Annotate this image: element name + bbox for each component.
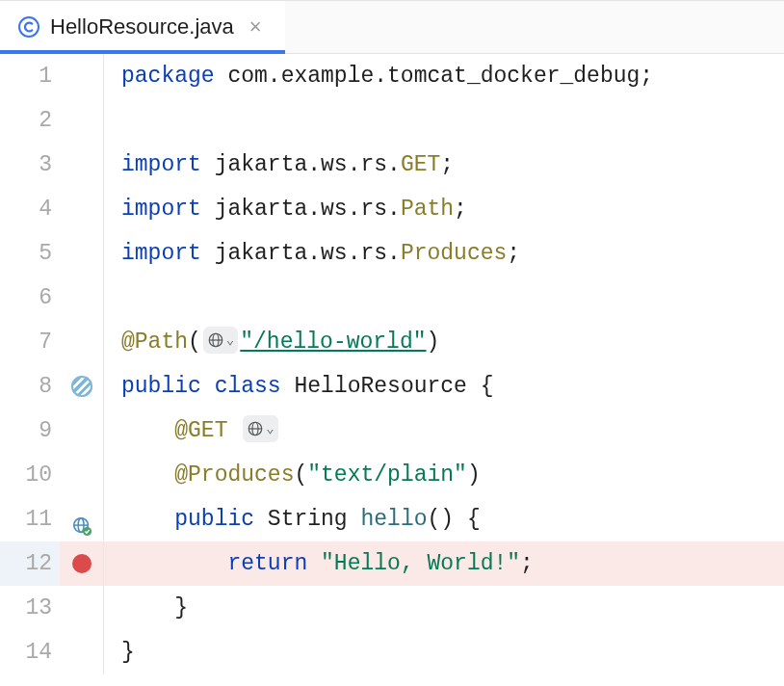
rbrace: } — [121, 630, 135, 674]
code-text[interactable]: public String hello() { — [104, 497, 481, 541]
inherited-icon[interactable] — [71, 376, 92, 397]
gutter-cell[interactable] — [60, 497, 104, 541]
lbrace: { — [467, 497, 481, 541]
line-number: 14 — [0, 630, 60, 674]
path-string: "/hello-world" — [240, 320, 426, 364]
semicolon: ; — [507, 231, 520, 276]
chevron-down-icon: ⌄ — [226, 318, 234, 362]
code-text[interactable]: } — [104, 586, 188, 630]
line-number: 2 — [0, 98, 60, 143]
code-text[interactable]: @GET ⌄ — [104, 409, 280, 453]
code-line[interactable]: 5 import jakarta.ws.rs.Produces; — [0, 231, 784, 276]
gutter-cell[interactable] — [60, 231, 104, 276]
paren-pair: () — [428, 497, 455, 541]
editor[interactable]: 1 package com.example.tomcat_docker_debu… — [0, 54, 784, 686]
line-number: 5 — [0, 231, 60, 276]
rbrace: } — [174, 586, 188, 630]
kw-package: package — [121, 54, 215, 98]
lbrace: { — [481, 364, 494, 409]
code-line[interactable]: 9 @GET ⌄ — [0, 409, 784, 453]
code-text[interactable]: public class HelloResource { — [104, 364, 494, 409]
code-text[interactable]: @Produces("text/plain") — [104, 453, 481, 497]
gutter-cell[interactable] — [60, 187, 104, 231]
gutter-cell[interactable] — [60, 409, 104, 453]
lparen: ( — [188, 320, 201, 364]
tab-filename: HelloResource.java — [50, 14, 234, 40]
kw-return: return — [227, 541, 307, 586]
line-number: 12 — [0, 541, 60, 586]
gutter-cell[interactable] — [60, 453, 104, 497]
type-path: Path — [401, 187, 454, 231]
code-line[interactable]: 11 public String hello() { — [0, 497, 784, 541]
code-text[interactable]: } — [104, 630, 135, 674]
code-line[interactable]: 1 package com.example.tomcat_docker_debu… — [0, 54, 784, 98]
line-number: 3 — [0, 143, 60, 187]
ret-type: String — [268, 497, 348, 541]
import-base: jakarta.ws.rs. — [215, 143, 401, 187]
rparen: ) — [467, 453, 481, 497]
code-line[interactable]: 10 @Produces("text/plain") — [0, 453, 784, 497]
line-number: 7 — [0, 320, 60, 364]
gutter-cell[interactable] — [60, 630, 104, 674]
code-rows: 1 package com.example.tomcat_docker_debu… — [0, 54, 784, 686]
code-line[interactable]: 7 @Path( ⌄ "/hello-world") — [0, 320, 784, 364]
url-globe-chip[interactable]: ⌄ — [203, 327, 238, 354]
kw-import: import — [121, 187, 201, 231]
code-text[interactable]: @Path( ⌄ "/hello-world") — [104, 320, 439, 364]
ann-get: @GET — [174, 409, 227, 453]
globe-icon — [207, 331, 224, 349]
code-line[interactable]: 14 } — [0, 630, 784, 674]
ann-produces: @Produces — [174, 453, 294, 497]
globe-icon — [247, 420, 264, 437]
endpoint-icon[interactable] — [71, 509, 92, 530]
url-globe-chip[interactable]: ⌄ — [243, 415, 277, 442]
gutter-cell[interactable] — [60, 54, 104, 98]
code-text[interactable]: return "Hello, World!"; — [104, 541, 534, 586]
code-text[interactable]: import jakarta.ws.rs.Produces; — [104, 231, 520, 276]
code-line[interactable]: 8 public class HelloResource { — [0, 364, 784, 409]
code-line[interactable]: 3 import jakarta.ws.rs.GET; — [0, 143, 784, 187]
java-class-icon — [17, 15, 40, 39]
kw-public: public — [174, 497, 254, 541]
gutter-cell[interactable] — [60, 586, 104, 630]
kw-class: class — [215, 364, 281, 409]
line-number: 13 — [0, 586, 60, 630]
import-base: jakarta.ws.rs. — [215, 231, 401, 276]
line-number: 6 — [0, 276, 60, 320]
line-number: 1 — [0, 54, 60, 98]
gutter-cell[interactable] — [60, 364, 104, 409]
line-number: 10 — [0, 453, 60, 497]
code-line[interactable]: 13 } — [0, 586, 784, 630]
tab-helloresource[interactable]: HelloResource.java × — [0, 1, 285, 53]
import-base: jakarta.ws.rs. — [215, 187, 401, 231]
code-text[interactable]: package com.example.tomcat_docker_debug; — [104, 54, 653, 98]
gutter-cell[interactable] — [60, 98, 104, 143]
svg-point-0 — [19, 17, 39, 37]
gutter-cell[interactable] — [60, 541, 104, 586]
semicolon: ; — [640, 54, 653, 98]
line-number: 9 — [0, 409, 60, 453]
semicolon: ; — [520, 541, 534, 586]
kw-import: import — [121, 231, 201, 276]
code-text[interactable] — [104, 98, 121, 143]
gutter-cell[interactable] — [60, 143, 104, 187]
type-get: GET — [401, 143, 440, 187]
return-string: "Hello, World!" — [321, 541, 520, 586]
code-text[interactable]: import jakarta.ws.rs.GET; — [104, 143, 454, 187]
kw-import: import — [121, 143, 201, 187]
tabbar: HelloResource.java × — [0, 0, 784, 54]
code-text[interactable] — [104, 276, 121, 320]
code-line[interactable]: 6 — [0, 276, 784, 320]
ann-path: @Path — [121, 320, 188, 364]
code-line[interactable]: 4 import jakarta.ws.rs.Path; — [0, 187, 784, 231]
gutter-cell[interactable] — [60, 320, 104, 364]
gutter-cell[interactable] — [60, 276, 104, 320]
semicolon: ; — [440, 143, 454, 187]
code-text[interactable]: import jakarta.ws.rs.Path; — [104, 187, 467, 231]
close-icon[interactable]: × — [244, 14, 268, 40]
method-name: hello — [361, 497, 428, 541]
rparen: ) — [427, 320, 440, 364]
code-line-breakpoint[interactable]: 12 return "Hello, World!"; — [0, 541, 784, 586]
breakpoint-icon[interactable] — [72, 554, 91, 573]
code-line[interactable]: 2 — [0, 98, 784, 143]
